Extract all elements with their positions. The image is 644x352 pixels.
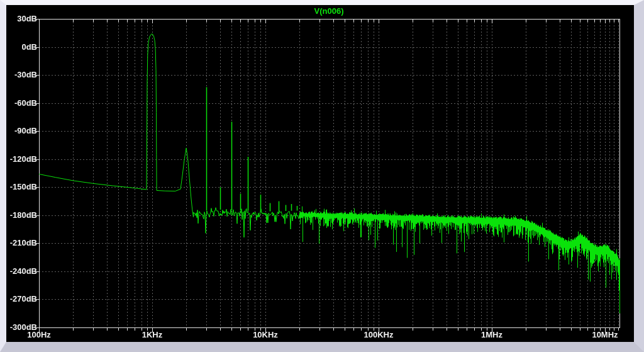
trace-label[interactable]: V(n006) bbox=[279, 6, 379, 16]
plot-pane[interactable]: V(n006) 30dB0dB-30dB-60dB-90dB-120dB-150… bbox=[6, 5, 634, 342]
fft-plot-canvas bbox=[6, 5, 634, 342]
window-frame: V(n006) 30dB0dB-30dB-60dB-90dB-120dB-150… bbox=[0, 0, 644, 352]
waveform-window: V(n006) 30dB0dB-30dB-60dB-90dB-120dB-150… bbox=[0, 0, 644, 352]
